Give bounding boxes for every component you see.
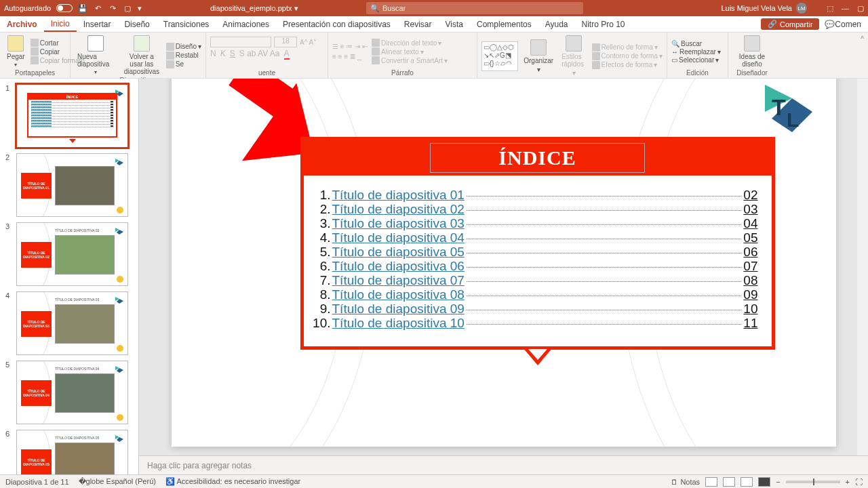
filename-dropdown[interactable]: ▾ (294, 4, 298, 12)
toc-link[interactable]: Título de diapositiva 04 (332, 230, 465, 245)
slideshow-start-icon[interactable]: ▢ (123, 3, 132, 13)
tab-home[interactable]: Inicio (44, 16, 77, 32)
qat-more[interactable]: ▾ (138, 4, 142, 13)
replace-button[interactable]: ↔ Reemplazar ▾ (671, 48, 721, 56)
normal-view-icon[interactable] (705, 477, 717, 487)
toc-link[interactable]: Título de diapositiva 10 (332, 316, 465, 330)
smartart-button[interactable]: Convertir a SmartArt ▾ (372, 56, 448, 64)
toc-row[interactable]: 9.Título de diapositiva 0910 (312, 302, 758, 316)
toc-row[interactable]: 10.Título de diapositiva 1011 (312, 316, 758, 330)
toc-link[interactable]: Título de diapositiva 08 (332, 287, 465, 302)
text-direction-button[interactable]: Dirección del texto ▾ (372, 39, 448, 47)
ribbon-display-icon[interactable]: ⬚ (827, 4, 833, 13)
shapes-gallery[interactable]: ▭◯△◇⬡↘↖⬀G⬔▭{}☆▱◠ (481, 41, 518, 71)
thumbnail-row[interactable]: 4TÍTULO DE DIAPOSITIVA 03TÍTULO DE DIAPO… (0, 289, 138, 358)
svg-text:T: T (772, 94, 786, 120)
toc-number: 4. (312, 230, 331, 245)
notes-pane[interactable]: Haga clic para agregar notas (139, 455, 868, 474)
toc-row[interactable]: 6.Título de diapositiva 0607 (312, 259, 758, 273)
thumbnail-slide[interactable]: TÍTULO DE DIAPOSITIVA 05TÍTULO DE DIAPOS… (16, 430, 128, 474)
toc-leader (467, 324, 741, 325)
tab-addins[interactable]: Complementos (470, 16, 538, 32)
search-box[interactable]: 🔍 Buscar (366, 2, 583, 14)
slide-1[interactable]: TL ÍNDICE 1.Título de diapositiva 01022.… (172, 79, 836, 447)
status-accessibility[interactable]: ♿ Accesibilidad: es necesario investigar (165, 477, 300, 486)
toc-leader (467, 267, 741, 268)
zoom-slider[interactable] (786, 481, 840, 483)
reuse-slides-button[interactable]: Volver a usar las diapositivas (120, 34, 163, 77)
thumbnail-row[interactable]: 6TÍTULO DE DIAPOSITIVA 05TÍTULO DE DIAPO… (0, 427, 138, 474)
designer-button[interactable]: Ideas de diseño (732, 34, 772, 69)
shape-outline-button[interactable]: Contorno de forma ▾ (592, 52, 663, 60)
tab-review[interactable]: Revisar (397, 16, 439, 32)
slideshow-view-icon[interactable] (758, 477, 770, 487)
share-button[interactable]: 🔗 Compartir (761, 18, 819, 30)
avatar[interactable]: LM (796, 3, 807, 14)
toc-row[interactable]: 2.Título de diapositiva 0203 (312, 202, 758, 216)
thumbnail-row[interactable]: 1ÍNDICE (0, 81, 138, 150)
toc-row[interactable]: 7.Título de diapositiva 0708 (312, 273, 758, 287)
toc-link[interactable]: Título de diapositiva 07 (332, 273, 465, 287)
tab-slideshow[interactable]: Presentación con diapositivas (276, 16, 397, 32)
thumbnail-slide[interactable]: TÍTULO DE DIAPOSITIVA 02TÍTULO DE DIAPOS… (16, 222, 128, 286)
tab-transitions[interactable]: Transiciones (157, 16, 216, 32)
tab-animations[interactable]: Animaciones (216, 16, 276, 32)
collapse-ribbon-icon[interactable]: ^ (856, 33, 868, 78)
save-icon[interactable]: 💾 (78, 3, 87, 13)
select-button[interactable]: ▭ Seleccionar ▾ (671, 56, 721, 64)
toc-link[interactable]: Título de diapositiva 09 (332, 302, 465, 316)
tab-help[interactable]: Ayuda (538, 16, 575, 32)
status-language[interactable]: �globe Español (Perú) (79, 477, 156, 486)
slide-thumbnails-panel[interactable]: 1ÍNDICE2TÍTULO DE DIAPOSITIVA 013TÍTULO … (0, 79, 139, 474)
tab-nitro[interactable]: Nitro Pro 10 (574, 16, 631, 32)
toc-link[interactable]: Título de diapositiva 03 (332, 216, 465, 230)
autosave-toggle[interactable] (56, 4, 73, 12)
thumbnail-row[interactable]: 2TÍTULO DE DIAPOSITIVA 01 (0, 150, 138, 220)
thumbnail-row[interactable]: 5TÍTULO DE DIAPOSITIVA 04TÍTULO DE DIAPO… (0, 358, 138, 427)
reset-button[interactable]: Restabl (166, 52, 201, 60)
maximize-icon[interactable]: ▢ (857, 4, 864, 13)
toc-row[interactable]: 5.Título de diapositiva 0506 (312, 245, 758, 259)
fit-to-window-icon[interactable]: ⛶ (855, 478, 863, 486)
zoom-in-icon[interactable]: + (846, 478, 850, 486)
section-button[interactable]: Se (166, 60, 201, 68)
zoom-out-icon[interactable]: − (776, 478, 780, 486)
arrange-button[interactable]: Organizar▾ (521, 38, 556, 75)
vertical-scrollbar[interactable] (857, 79, 868, 455)
toc-link[interactable]: Título de diapositiva 02 (332, 202, 465, 216)
tab-insert[interactable]: Insertar (77, 16, 118, 32)
toc-row[interactable]: 3.Título de diapositiva 0304 (312, 216, 758, 230)
thumbnail-slide[interactable]: TÍTULO DE DIAPOSITIVA 03TÍTULO DE DIAPOS… (16, 291, 128, 355)
thumbnail-slide[interactable]: ÍNDICE (16, 84, 128, 148)
toc-link[interactable]: Título de diapositiva 06 (332, 259, 465, 273)
index-box[interactable]: ÍNDICE 1.Título de diapositiva 01022.Tít… (300, 137, 775, 350)
tab-file[interactable]: Archivo (0, 16, 44, 32)
thumbnail-slide[interactable]: TÍTULO DE DIAPOSITIVA 01 (16, 153, 128, 217)
toc-row[interactable]: 4.Título de diapositiva 0405 (312, 230, 758, 245)
toc-link[interactable]: Título de diapositiva 01 (332, 188, 465, 202)
thumbnail-slide[interactable]: TÍTULO DE DIAPOSITIVA 04TÍTULO DE DIAPOS… (16, 361, 128, 424)
layout-button[interactable]: Diseño ▾ (166, 43, 201, 51)
notes-placeholder: Haga clic para agregar notas (147, 461, 252, 470)
minimize-icon[interactable]: — (842, 4, 849, 13)
undo-icon[interactable]: ↶ (93, 3, 102, 13)
toc-row[interactable]: 1.Título de diapositiva 0102 (312, 188, 758, 202)
align-text-button[interactable]: Alinear texto ▾ (372, 47, 448, 56)
thumbnail-number: 4 (5, 291, 12, 355)
find-button[interactable]: 🔍 Buscar (671, 40, 721, 47)
tab-design[interactable]: Diseño (117, 16, 156, 32)
shape-fill-button[interactable]: Relleno de forma ▾ (592, 43, 663, 52)
reading-view-icon[interactable] (741, 477, 753, 487)
tab-view[interactable]: Vista (439, 16, 470, 32)
shape-effects-button[interactable]: Efectos de forma ▾ (592, 61, 663, 69)
thumbnail-row[interactable]: 3TÍTULO DE DIAPOSITIVA 02TÍTULO DE DIAPO… (0, 220, 138, 289)
new-slide-button[interactable]: Nueva diapositiva▾ (75, 34, 117, 77)
paste-button[interactable]: Pegar▾ (4, 34, 28, 69)
toc-link[interactable]: Título de diapositiva 05 (332, 245, 465, 259)
sorter-view-icon[interactable] (723, 477, 735, 487)
toc-row[interactable]: 8.Título de diapositiva 0809 (312, 287, 758, 302)
comments-button[interactable]: 💬 Comen (822, 20, 864, 29)
redo-icon[interactable]: ↷ (108, 3, 117, 13)
notes-toggle[interactable]: 🗒 Notas (671, 478, 700, 486)
quick-styles-button[interactable]: Estilos rápidos▾ (559, 34, 589, 78)
